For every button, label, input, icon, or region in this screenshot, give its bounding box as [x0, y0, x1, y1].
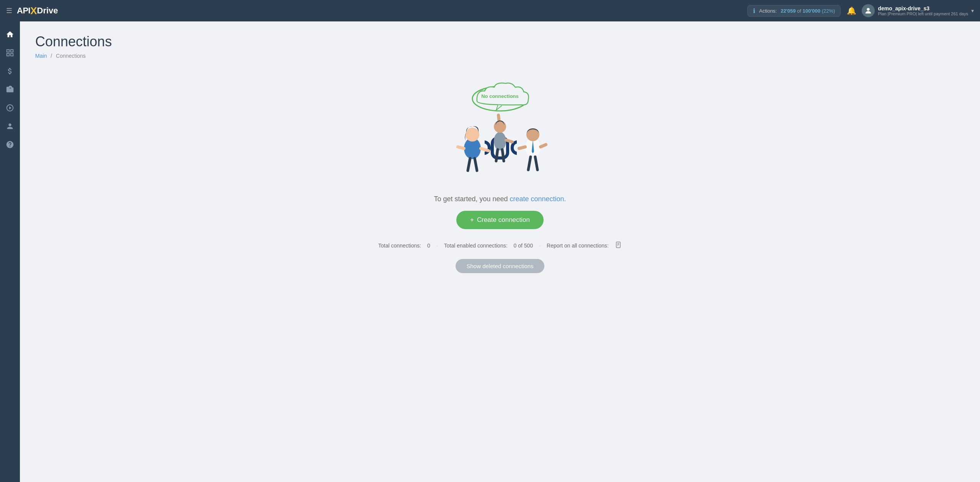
- create-connection-link[interactable]: create connection.: [510, 195, 566, 203]
- svg-line-34: [541, 145, 546, 147]
- svg-rect-3: [7, 54, 9, 56]
- svg-line-33: [519, 147, 525, 148]
- svg-point-0: [867, 8, 870, 11]
- report-label: Report on all connections:: [547, 243, 609, 249]
- tagline: To get started, you need create connecti…: [434, 195, 566, 203]
- user-name: demo_apix-drive_s3: [878, 5, 968, 11]
- total-connections-label: Total connections:: [378, 243, 421, 249]
- enabled-connections-label: Total enabled connections:: [444, 243, 508, 249]
- main-content: Connections Main / Connections: [20, 21, 980, 482]
- logo: API X Drive: [17, 5, 58, 17]
- user-info: demo_apix-drive_s3 Plan |Premium PRO| le…: [878, 5, 968, 16]
- svg-line-28: [506, 140, 512, 142]
- svg-rect-1: [7, 50, 9, 52]
- enabled-connections-value: 0 of 500: [514, 243, 533, 249]
- breadcrumb: Main / Connections: [35, 53, 965, 59]
- sidebar: [0, 21, 20, 482]
- svg-point-27: [494, 132, 506, 150]
- chevron-down-icon: ▾: [971, 8, 974, 14]
- svg-line-24: [475, 158, 477, 171]
- create-btn-icon: +: [470, 216, 474, 224]
- sidebar-item-profile[interactable]: [2, 118, 18, 135]
- tagline-prefix: To get started, you need: [434, 195, 508, 203]
- svg-line-23: [468, 158, 470, 171]
- svg-rect-4: [11, 54, 13, 56]
- empty-state-area: No connections: [35, 71, 965, 273]
- sidebar-item-connections[interactable]: [2, 44, 18, 61]
- sidebar-item-services[interactable]: [2, 81, 18, 98]
- page-title: Connections: [35, 34, 965, 50]
- breadcrumb-separator: /: [51, 53, 52, 59]
- hamburger-menu-icon[interactable]: ☰: [6, 7, 12, 15]
- svg-line-36: [535, 157, 537, 170]
- sidebar-item-home[interactable]: [2, 26, 18, 43]
- svg-line-35: [528, 157, 531, 170]
- logo-api: API: [17, 6, 30, 16]
- actions-count: 22'059 of 100'000 (22%): [781, 8, 835, 14]
- info-icon: ℹ: [753, 7, 755, 15]
- illustration: No connections: [435, 79, 565, 186]
- create-btn-label: Create connection: [477, 216, 530, 224]
- sidebar-item-billing[interactable]: [2, 63, 18, 80]
- topnav: ☰ API X Drive ℹ Actions: 22'059 of 100'0…: [0, 0, 980, 21]
- user-plan: Plan |Premium PRO| left until payment 26…: [878, 11, 968, 16]
- svg-line-29: [496, 150, 498, 161]
- user-section[interactable]: demo_apix-drive_s3 Plan |Premium PRO| le…: [862, 4, 974, 17]
- sidebar-item-help[interactable]: [2, 136, 18, 153]
- svg-line-22: [458, 147, 464, 148]
- actions-badge: ℹ Actions: 22'059 of 100'000 (22%): [747, 5, 841, 17]
- create-connection-button[interactable]: + Create connection: [456, 211, 544, 229]
- svg-text:No connections: No connections: [481, 93, 519, 99]
- breadcrumb-current: Connections: [56, 53, 86, 59]
- logo-x: X: [30, 5, 37, 17]
- total-connections-value: 0: [427, 243, 430, 249]
- svg-point-31: [494, 120, 506, 133]
- actions-label: Actions:: [759, 8, 777, 14]
- bell-icon[interactable]: 🔔: [847, 6, 856, 15]
- svg-rect-2: [11, 50, 13, 52]
- svg-line-30: [502, 150, 504, 161]
- report-icon[interactable]: [615, 241, 622, 250]
- svg-point-25: [466, 128, 479, 142]
- show-deleted-connections-button[interactable]: Show deleted connections: [456, 259, 544, 273]
- logo-drive: Drive: [37, 6, 58, 16]
- sidebar-item-media[interactable]: [2, 99, 18, 116]
- breadcrumb-main-link[interactable]: Main: [35, 53, 47, 59]
- avatar: [862, 4, 875, 17]
- stats-row: Total connections: 0 · Total enabled con…: [378, 241, 622, 250]
